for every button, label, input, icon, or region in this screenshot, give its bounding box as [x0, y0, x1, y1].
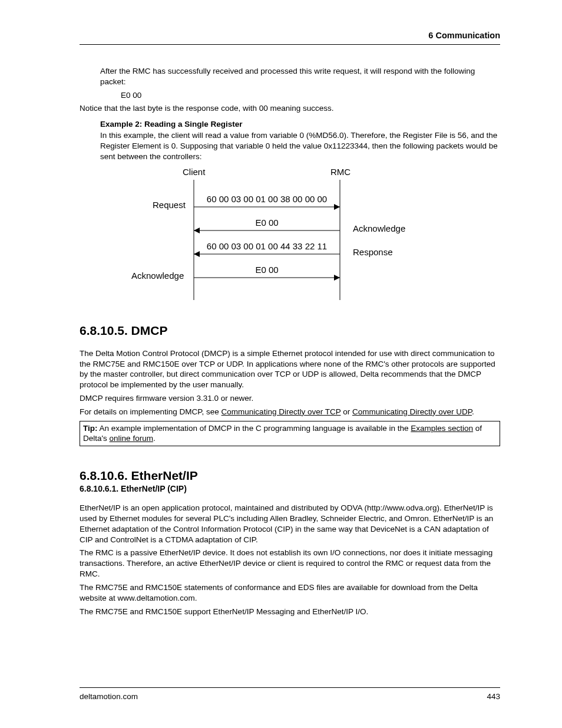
header-rule: [80, 44, 500, 45]
section-6-8-10-6-1-title: 6.8.10.6.1. EtherNet/IP (CIP): [80, 484, 500, 493]
diag-row2: E0 00: [255, 218, 278, 228]
eip-p1: EtherNet/IP is an open application proto…: [80, 503, 500, 545]
page: 6 Communication After the RMC has succes…: [0, 0, 562, 728]
eip-p3: The RMC75E and RMC150E statements of con…: [80, 582, 500, 604]
dmcp-p3-period: .: [472, 407, 474, 416]
link-udp[interactable]: Communicating Directly over UDP: [352, 407, 472, 416]
dmcp-p3-a: For details on implementing DMCP, see: [80, 407, 222, 416]
diag-row4: E0 00: [255, 265, 278, 275]
diag-rmc-label: RMC: [330, 167, 351, 177]
diag-client-label: Client: [183, 167, 206, 177]
example2-body: In this example, the client will read a …: [100, 130, 500, 162]
dmcp-p1: The Delta Motion Control Protocol (DMCP)…: [80, 348, 500, 390]
example2-heading: Example 2: Reading a Single Register: [100, 120, 500, 129]
header-chapter: 6 Communication: [428, 31, 500, 40]
para-notice: Notice that the last byte is the respons…: [80, 103, 500, 114]
dmcp-p2: DMCP requires firmware version 3.31.0 or…: [80, 393, 500, 404]
sequence-diagram: Client RMC Request 60 00 03 00 01 00 38 …: [103, 167, 500, 306]
section-6-8-10-6-title: 6.8.10.6. EtherNet/IP: [80, 469, 500, 483]
section-6-8-10-5-title: 6.8.10.5. DMCP: [80, 324, 500, 338]
footer-page-number: 443: [487, 692, 500, 701]
tip-label: Tip:: [83, 424, 98, 433]
eip-p4: The RMC75E and RMC150E support EtherNet/…: [80, 607, 500, 617]
svg-marker-9: [334, 275, 340, 281]
tip-a: An example implementation of DMCP in the…: [98, 424, 411, 433]
svg-marker-3: [334, 204, 340, 210]
link-tcp[interactable]: Communicating Directly over TCP: [222, 407, 341, 416]
diag-ack-right: Acknowledge: [353, 223, 405, 233]
dmcp-p3-or: or: [340, 407, 352, 416]
footer-site: deltamotion.com: [80, 692, 138, 701]
packet-e0-00: E0 00: [121, 90, 500, 101]
tip-box: Tip: An example implementation of DMCP i…: [80, 421, 500, 447]
tip-c: .: [153, 434, 156, 443]
svg-marker-5: [194, 228, 200, 233]
link-online-forum[interactable]: online forum: [110, 434, 153, 443]
dmcp-p3: For details on implementing DMCP, see Co…: [80, 407, 500, 417]
diag-row1: 60 00 03 00 01 00 38 00 00 00: [207, 194, 327, 204]
link-examples-section[interactable]: Examples section: [411, 424, 473, 433]
content-area: After the RMC has successfully received …: [80, 66, 500, 620]
diag-row3: 60 00 03 00 01 00 44 33 22 11: [207, 241, 327, 251]
para-after-rmc: After the RMC has successfully received …: [100, 66, 500, 87]
footer-rule: [80, 687, 500, 688]
diag-request-label: Request: [153, 200, 186, 210]
svg-marker-7: [194, 251, 200, 257]
diag-ack-left: Acknowledge: [131, 271, 184, 281]
diag-response-right: Response: [353, 247, 393, 257]
eip-p2: The RMC is a passive EtherNet/IP device.…: [80, 548, 500, 579]
